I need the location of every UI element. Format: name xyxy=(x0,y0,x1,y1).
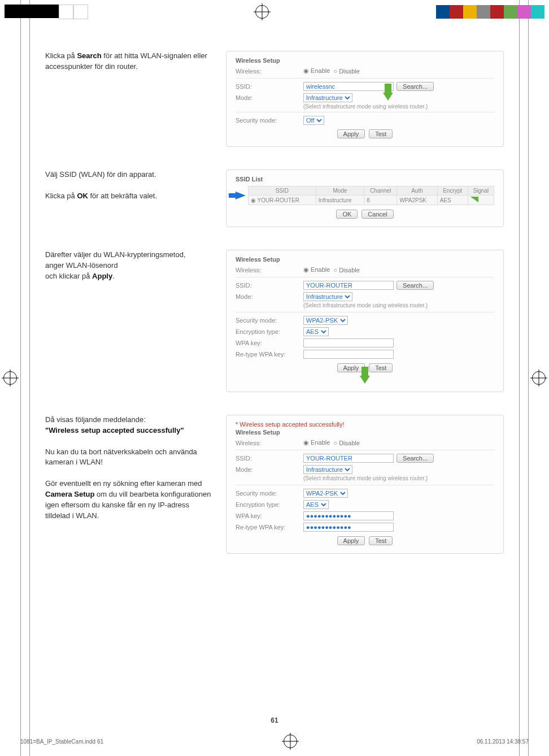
instruction-step3: Därefter väljer du WLAN-krypteringsmetod… xyxy=(45,250,226,282)
apply-button[interactable]: Apply xyxy=(337,129,365,138)
ssid-list-panel: SSID List SSID Mode Channel Auth Encrypt… xyxy=(226,170,504,227)
mode-label: Mode: xyxy=(236,293,303,300)
wireless-label: Wireless: xyxy=(236,68,303,75)
footer: 1081=BA_IP_StableCam.indd 61 06.11.2013 … xyxy=(20,735,529,748)
panel-title: SSID List xyxy=(236,176,494,183)
ssid-table: SSID Mode Channel Auth Encrypt Signal ◉ … xyxy=(248,186,494,205)
search-button[interactable]: Search... xyxy=(396,82,434,91)
page-number: 61 xyxy=(0,716,549,724)
ssid-label: SSID: xyxy=(236,83,303,90)
encryption-select[interactable]: AES xyxy=(303,327,329,336)
mode-note: (Select infrastructure mode using wirele… xyxy=(303,103,494,110)
mode-note: (Select infrastructure mode using wirele… xyxy=(303,302,494,309)
wireless-setup-panel-1: Wireless Setup Wireless: ◉ Enable ○ Disa… xyxy=(226,51,504,147)
encryption-label: Encryption type: xyxy=(236,328,303,335)
green-arrow-icon xyxy=(383,93,393,101)
instruction-step1: Klicka på Search för att hitta WLAN-sign… xyxy=(45,51,226,72)
ssid-input[interactable] xyxy=(303,454,394,463)
security-select[interactable]: WPA2-PSK xyxy=(303,316,348,325)
rewpa-label: Re-type WPA key: xyxy=(236,524,303,531)
enable-radio[interactable]: ◉ Enable xyxy=(303,266,330,273)
registration-mark-right-icon xyxy=(532,371,546,385)
crop-strip-right xyxy=(436,5,544,19)
enable-radio[interactable]: ◉ Enable xyxy=(303,439,330,446)
panel-title: Wireless Setup xyxy=(236,57,494,64)
th-auth: Auth xyxy=(397,186,437,195)
rewpa-label: Re-type WPA key: xyxy=(236,351,303,358)
instruction-step2: Välj SSID (WLAN) för din apparat. Klicka… xyxy=(45,170,226,202)
ok-button[interactable]: OK xyxy=(336,210,358,219)
table-row[interactable]: ◉ YOUR-ROUTER Infrastructure 8 WPA2PSK A… xyxy=(249,195,494,205)
mode-note: (Select infrastructure mode using wirele… xyxy=(303,475,494,481)
instruction-step4: Då visas följande meddelande: "Wireless … xyxy=(45,415,226,521)
crop-strip-left xyxy=(5,5,88,19)
wpa-key-input[interactable] xyxy=(303,338,394,347)
th-channel: Channel xyxy=(364,186,397,195)
footer-file: 1081=BA_IP_StableCam.indd 61 xyxy=(20,738,103,745)
test-button[interactable]: Test xyxy=(369,536,393,545)
apply-button[interactable]: Apply xyxy=(337,363,365,372)
apply-button[interactable]: Apply xyxy=(337,536,365,545)
success-message: * Wireless setup accepted successfully! xyxy=(236,421,494,428)
disable-radio[interactable]: ○ Disable xyxy=(333,440,359,446)
th-ssid: SSID xyxy=(249,186,316,195)
search-button[interactable]: Search... xyxy=(396,281,434,290)
mode-select[interactable]: Infrastructure xyxy=(303,93,352,102)
mode-select[interactable]: Infrastructure xyxy=(303,292,352,301)
security-select[interactable]: WPA2-PSK xyxy=(303,489,348,498)
signal-icon xyxy=(470,197,478,202)
disable-radio[interactable]: ○ Disable xyxy=(333,68,359,75)
retype-wpa-key-input[interactable] xyxy=(303,350,394,359)
footer-timestamp: 06.11.2013 14:38:57 xyxy=(477,738,529,745)
security-label: Security mode: xyxy=(236,317,303,324)
registration-mark-left-icon xyxy=(3,371,17,385)
ssid-label: SSID: xyxy=(236,455,303,462)
blue-arrow-icon xyxy=(236,192,246,199)
wireless-setup-panel-4: * Wireless setup accepted successfully! … xyxy=(226,415,504,554)
ssid-input[interactable] xyxy=(303,82,394,91)
test-button[interactable]: Test xyxy=(369,363,393,372)
mode-label: Mode: xyxy=(236,466,303,473)
wpa-label: WPA key: xyxy=(236,340,303,346)
encryption-select[interactable]: AES xyxy=(303,500,329,509)
ssid-label: SSID: xyxy=(236,282,303,289)
th-signal: Signal xyxy=(468,186,494,195)
enable-radio[interactable]: ◉ Enable xyxy=(303,67,330,75)
mode-select[interactable]: Infrastructure xyxy=(303,465,352,474)
th-mode: Mode xyxy=(316,186,364,195)
encryption-label: Encryption type: xyxy=(236,501,303,508)
mode-label: Mode: xyxy=(236,94,303,101)
registration-mark-bottom-icon xyxy=(284,735,297,748)
search-button[interactable]: Search... xyxy=(396,454,434,463)
green-arrow-icon xyxy=(360,376,370,384)
th-encrypt: Encrypt xyxy=(437,186,468,195)
wpa-key-input[interactable] xyxy=(303,511,394,520)
registration-mark-icon xyxy=(255,5,269,19)
security-label: Security mode: xyxy=(236,117,303,124)
wireless-label: Wireless: xyxy=(236,267,303,273)
wpa-label: WPA key: xyxy=(236,512,303,519)
test-button[interactable]: Test xyxy=(369,129,393,138)
security-label: Security mode: xyxy=(236,490,303,497)
wireless-label: Wireless: xyxy=(236,440,303,446)
panel-title: Wireless Setup xyxy=(236,256,494,263)
security-select[interactable]: Off xyxy=(303,116,324,125)
panel-title: Wireless Setup xyxy=(236,429,494,436)
retype-wpa-key-input[interactable] xyxy=(303,523,394,532)
crop-marks-top xyxy=(5,5,544,19)
ssid-input[interactable] xyxy=(303,281,394,290)
cancel-button[interactable]: Cancel xyxy=(361,210,393,219)
wireless-setup-panel-3: Wireless Setup Wireless: ◉ Enable ○ Disa… xyxy=(226,250,504,392)
disable-radio[interactable]: ○ Disable xyxy=(333,267,359,273)
